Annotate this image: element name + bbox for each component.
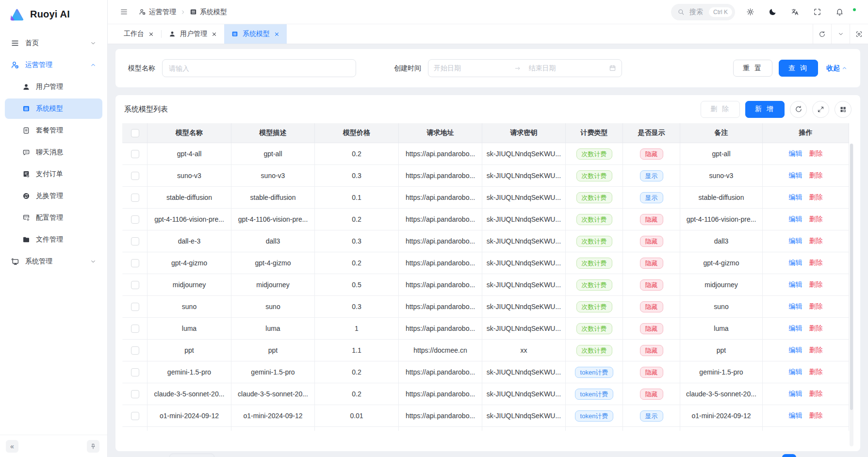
row-checkbox[interactable]: [131, 215, 139, 224]
row-checkbox[interactable]: [131, 172, 139, 180]
tab-workbench[interactable]: 工作台: [116, 24, 161, 44]
cell-visibility: 显示: [623, 405, 680, 427]
sidebar-item-config[interactable]: 配置管理: [5, 208, 102, 228]
close-icon[interactable]: [274, 32, 279, 37]
row-checkbox[interactable]: [131, 259, 139, 267]
menu-toggle-button[interactable]: [116, 5, 131, 19]
query-button[interactable]: 查 询: [779, 60, 818, 77]
settings-button[interactable]: [743, 5, 757, 19]
row-checkbox[interactable]: [131, 390, 139, 398]
column-settings-button[interactable]: [835, 101, 852, 118]
reset-button[interactable]: 重 置: [733, 60, 772, 77]
notifications-button[interactable]: [832, 5, 847, 19]
fullscreen-button[interactable]: [810, 5, 824, 19]
edit-link[interactable]: 编辑: [789, 171, 802, 180]
close-icon[interactable]: [148, 32, 154, 37]
row-checkbox[interactable]: [131, 281, 139, 289]
close-icon[interactable]: [212, 32, 217, 37]
edit-link[interactable]: 编辑: [789, 280, 802, 289]
scrollbar-thumb[interactable]: [850, 144, 853, 410]
sidebar-item-chat-messages[interactable]: 聊天消息: [5, 142, 102, 163]
cell-model-desc: stable-diffusion: [231, 187, 315, 209]
model-name-input[interactable]: [162, 59, 356, 77]
cell-request-url: https://api.pandarobo...: [399, 361, 482, 383]
table-scrollbar[interactable]: [850, 144, 853, 446]
delete-link[interactable]: 删除: [809, 259, 823, 267]
global-search[interactable]: 搜索 Ctrl K: [671, 4, 735, 20]
sidebar-item-system-models[interactable]: 系统模型: [5, 98, 102, 119]
current-page-button[interactable]: 1: [782, 454, 796, 457]
delete-link[interactable]: 删除: [809, 302, 823, 311]
cell-remark: ppt: [680, 340, 763, 361]
delete-link[interactable]: 删除: [809, 411, 823, 420]
add-button[interactable]: 新 增: [745, 101, 785, 118]
edit-link[interactable]: 编辑: [789, 411, 802, 420]
delete-link[interactable]: 删除: [809, 237, 823, 245]
first-page-button[interactable]: [727, 454, 741, 457]
page-size-select[interactable]: 20条/页: [169, 454, 214, 457]
row-checkbox[interactable]: [131, 150, 139, 158]
content-fullscreen-button[interactable]: [850, 24, 868, 44]
sidebar-item-home[interactable]: 首页: [5, 33, 102, 53]
row-checkbox[interactable]: [131, 194, 139, 202]
breadcrumb-operations[interactable]: 运营管理: [139, 8, 176, 16]
next-page-button[interactable]: [801, 454, 815, 457]
row-checkbox[interactable]: [131, 368, 139, 376]
edit-link[interactable]: 编辑: [789, 215, 802, 224]
tab-menu-button[interactable]: [831, 24, 850, 44]
tab-system-models[interactable]: 系统模型: [224, 24, 287, 44]
prev-page-button[interactable]: [764, 454, 778, 457]
edit-link[interactable]: 编辑: [789, 149, 802, 158]
tab-users[interactable]: 用户管理: [162, 24, 224, 44]
sidebar-item-payment-orders[interactable]: 支付订单: [5, 164, 102, 184]
edit-link[interactable]: 编辑: [789, 302, 802, 311]
cell-model-price: 0.2: [315, 252, 399, 274]
delete-link[interactable]: 删除: [809, 324, 823, 333]
sidebar-item-system-admin[interactable]: 系统管理: [5, 251, 102, 272]
delete-button[interactable]: 删 除: [701, 101, 740, 118]
edit-link[interactable]: 编辑: [789, 324, 802, 333]
sidebar-item-users[interactable]: 用户管理: [5, 77, 102, 97]
row-checkbox[interactable]: [131, 346, 139, 355]
language-button[interactable]: [787, 5, 802, 19]
row-checkbox[interactable]: [131, 412, 139, 420]
create-time-label: 创建时间: [394, 64, 421, 73]
edit-link[interactable]: 编辑: [789, 237, 802, 245]
last-page-button[interactable]: [837, 454, 852, 457]
sidebar-collapse-button[interactable]: «: [6, 440, 18, 453]
refresh-table-button[interactable]: [790, 101, 807, 118]
delete-link[interactable]: 删除: [809, 280, 823, 289]
jump-forward-button[interactable]: [819, 454, 833, 457]
delete-link[interactable]: 删除: [809, 149, 823, 158]
column-header: 是否显示: [623, 123, 680, 143]
delete-link[interactable]: 删除: [809, 368, 823, 376]
delete-link[interactable]: 删除: [809, 171, 823, 180]
delete-link[interactable]: 删除: [809, 390, 823, 398]
sidebar-item-operations[interactable]: 运营管理: [5, 55, 102, 75]
row-checkbox[interactable]: [131, 237, 139, 245]
delete-link[interactable]: 删除: [809, 346, 823, 355]
edit-link[interactable]: 编辑: [789, 368, 802, 376]
edit-link[interactable]: 编辑: [789, 346, 802, 355]
edit-link[interactable]: 编辑: [789, 390, 802, 398]
row-checkbox[interactable]: [131, 325, 139, 333]
sidebar-item-files[interactable]: 文件管理: [5, 229, 102, 250]
date-range-picker[interactable]: 开始日期 结束日期: [428, 59, 622, 77]
dark-mode-button[interactable]: [765, 5, 780, 19]
cell-request-key: sk-JIUQLNndqSeKWU...: [482, 318, 566, 340]
delete-link[interactable]: 删除: [809, 193, 823, 202]
refresh-tab-button[interactable]: [813, 24, 831, 44]
row-checkbox[interactable]: [131, 303, 139, 311]
sidebar-item-redeem[interactable]: 兑换管理: [5, 186, 102, 206]
cell-request-url: https://api.pandarobo...: [399, 383, 482, 405]
jump-back-button[interactable]: [745, 454, 759, 457]
edit-link[interactable]: 编辑: [789, 193, 802, 202]
collapse-filter-link[interactable]: 收起: [826, 64, 848, 73]
sidebar-pin-button[interactable]: [87, 440, 99, 453]
delete-link[interactable]: 删除: [809, 215, 823, 224]
edit-link[interactable]: 编辑: [789, 259, 802, 267]
select-all-checkbox[interactable]: [131, 129, 139, 137]
breadcrumb-system-models[interactable]: 系统模型: [190, 8, 227, 16]
sidebar-item-packages[interactable]: 套餐管理: [5, 120, 102, 141]
expand-table-button[interactable]: [812, 101, 829, 118]
